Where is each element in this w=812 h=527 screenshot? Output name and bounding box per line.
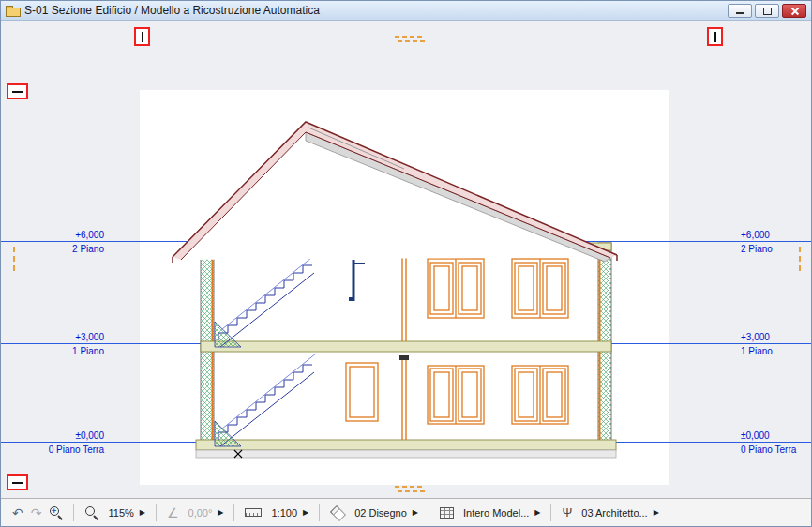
pen-set-icon[interactable]: Ψ (562, 505, 572, 519)
chevron-right-icon[interactable]: ▶ (218, 508, 223, 517)
building-section-drawing[interactable] (1, 21, 811, 498)
title-bar[interactable]: S-01 Sezione Edificio / Modello a Ricost… (1, 1, 811, 21)
section-handle-top-right[interactable] (707, 27, 723, 46)
chevron-right-icon[interactable]: ▶ (140, 508, 145, 517)
pen-set-value[interactable]: 03 Architetto... (581, 507, 647, 519)
undo-icon[interactable]: ↶ (12, 506, 23, 519)
rotation-value[interactable]: 0,00° (188, 507, 213, 519)
section-marker-right[interactable] (799, 247, 801, 271)
layer-combination[interactable]: 02 Disegno (354, 507, 407, 519)
angle-icon[interactable]: ∠ (167, 506, 179, 519)
chevron-right-icon[interactable]: ▶ (303, 508, 308, 517)
zoom-percent[interactable]: 115% (108, 507, 133, 519)
app-window: S-01 Sezione Edificio / Modello a Ricost… (0, 0, 812, 527)
section-view-canvas[interactable]: +6,000 2 Piano +6,000 2 Piano +3,000 1 P… (1, 21, 811, 498)
chevron-right-icon[interactable]: ▶ (413, 508, 418, 517)
maximize-button[interactable] (755, 4, 779, 18)
bottom-toolbar: ↶ ↷ + 115% ▶ ∠ 0,00° ▶ 1:100 ▶ 02 Disegn… (1, 498, 811, 526)
minimize-icon (736, 12, 744, 14)
chevron-right-icon[interactable]: ▶ (534, 508, 540, 517)
section-handle-left-upper[interactable] (7, 83, 28, 99)
zoom-fit-icon[interactable] (84, 505, 98, 519)
section-marker-bottom[interactable] (395, 486, 425, 495)
section-marker-top[interactable] (395, 36, 425, 45)
layers-icon[interactable] (330, 506, 345, 519)
chevron-right-icon[interactable]: ▶ (654, 508, 659, 517)
window-title: S-01 Sezione Edificio / Modello a Ricost… (24, 4, 320, 17)
folder-icon (6, 6, 19, 15)
section-marker-left[interactable] (13, 247, 15, 271)
maximize-icon (763, 8, 772, 15)
scale-value[interactable]: 1:100 (271, 507, 297, 519)
model-view-setting[interactable]: Intero Model... (463, 507, 529, 519)
close-button[interactable] (782, 4, 806, 18)
model-view-icon[interactable] (440, 507, 454, 519)
section-handle-left-lower[interactable] (7, 474, 28, 490)
minimize-button[interactable] (728, 4, 752, 18)
ruler-icon[interactable] (245, 508, 262, 517)
redo-icon[interactable]: ↷ (31, 506, 42, 519)
section-handle-top-left[interactable] (134, 27, 150, 46)
zoom-in-icon[interactable]: + (49, 505, 63, 519)
